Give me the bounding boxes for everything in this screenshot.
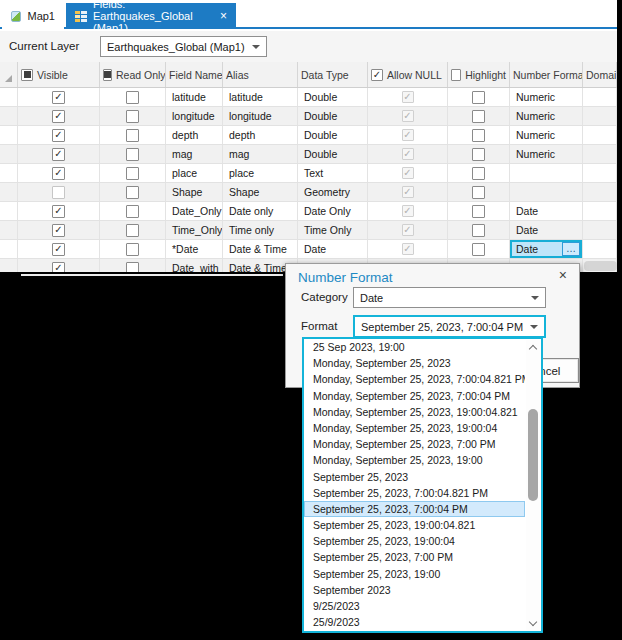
cell-field-name[interactable]: place [166, 164, 223, 182]
cell-read-only[interactable] [100, 164, 166, 182]
cell-visible[interactable]: ✓ [18, 107, 100, 125]
cell-visible[interactable] [18, 183, 100, 201]
scroll-up-icon[interactable] [529, 345, 537, 353]
cell-visible[interactable]: ✓ [18, 240, 100, 258]
highlight-checkbox[interactable] [472, 129, 485, 142]
cell-read-only[interactable] [100, 240, 166, 258]
cell-number-format[interactable]: Date [510, 221, 583, 239]
cell-field-name[interactable]: *Date [166, 240, 223, 258]
format-option[interactable]: September 25, 2023, 19:00:04 [304, 533, 525, 549]
row-selector[interactable] [0, 126, 18, 144]
highlight-checkbox[interactable] [472, 243, 485, 256]
column-header-allow-null[interactable]: ✓Allow NULL [368, 62, 448, 87]
horizontal-scrollbar-thumb[interactable] [584, 261, 617, 271]
row-selector[interactable] [0, 221, 18, 239]
format-option[interactable]: 9/25/2023 [304, 598, 525, 614]
format-option[interactable]: September 25, 2023 [304, 469, 525, 485]
column-header-read-only[interactable]: Read Only▲ [100, 62, 166, 87]
cell-visible[interactable]: ✓ [18, 126, 100, 144]
highlight-checkbox[interactable] [472, 91, 485, 104]
cell-number-format[interactable]: Numeric [510, 145, 583, 163]
cell-field-name[interactable]: depth [166, 126, 223, 144]
cell-alias[interactable]: Time only [223, 221, 298, 239]
cell-highlight[interactable] [448, 202, 510, 220]
column-header-row-selector[interactable] [0, 62, 18, 87]
format-dropdown[interactable]: September 25, 2023, 7:00:04 PM [353, 315, 546, 338]
format-option[interactable]: September 25, 2023, 19:00:04.821 [304, 517, 525, 533]
cell-highlight[interactable] [448, 221, 510, 239]
scroll-down-icon[interactable] [529, 618, 537, 626]
read-only-checkbox[interactable] [126, 110, 139, 123]
cell-number-format[interactable]: Date [510, 202, 583, 220]
format-option[interactable]: Monday, September 25, 2023, 19:00:04 [304, 420, 525, 436]
format-option[interactable]: September 25, 2023, 19:00 [304, 566, 525, 582]
row-selector[interactable] [0, 240, 18, 258]
cell-field-name[interactable]: Time_Only [166, 221, 223, 239]
visible-checkbox[interactable]: ✓ [52, 148, 65, 161]
cell-read-only[interactable] [100, 202, 166, 220]
cell-alias[interactable]: depth [223, 126, 298, 144]
read-only-checkbox[interactable] [126, 224, 139, 237]
row-selector[interactable] [0, 259, 18, 272]
cell-number-format[interactable]: Numeric [510, 88, 583, 106]
header-checkbox-read-only[interactable] [103, 69, 112, 81]
cell-highlight[interactable] [448, 107, 510, 125]
cell-read-only[interactable] [100, 259, 166, 272]
cell-visible[interactable]: ✓ [18, 259, 100, 272]
cell-alias[interactable]: latitude [223, 88, 298, 106]
cell-highlight[interactable] [448, 240, 510, 258]
cell-visible[interactable]: ✓ [18, 164, 100, 182]
cell-highlight[interactable] [448, 183, 510, 201]
column-header-number-format[interactable]: Number Format [510, 62, 583, 87]
cell-read-only[interactable] [100, 183, 166, 201]
format-option[interactable]: September 25, 2023, 7:00:04.821 PM [304, 485, 525, 501]
cell-alias[interactable]: Date only [223, 202, 298, 220]
visible-checkbox[interactable]: ✓ [52, 167, 65, 180]
cell-visible[interactable]: ✓ [18, 221, 100, 239]
read-only-checkbox[interactable] [126, 243, 139, 256]
cell-visible[interactable]: ✓ [18, 202, 100, 220]
cell-alias[interactable]: longitude [223, 107, 298, 125]
visible-checkbox[interactable]: ✓ [52, 243, 65, 256]
highlight-checkbox[interactable] [472, 224, 485, 237]
format-option[interactable]: Monday, September 25, 2023, 7:00:04.821 … [304, 371, 525, 387]
highlight-checkbox[interactable] [472, 148, 485, 161]
header-checkbox-visible[interactable] [21, 69, 33, 81]
row-selector[interactable] [0, 107, 18, 125]
cell-visible[interactable]: ✓ [18, 145, 100, 163]
cell-highlight[interactable] [448, 145, 510, 163]
category-dropdown[interactable]: Date [353, 287, 546, 308]
highlight-checkbox[interactable] [472, 205, 485, 218]
cell-read-only[interactable] [100, 107, 166, 125]
cell-alias[interactable]: mag [223, 145, 298, 163]
tab-fields-earthquakes[interactable]: Fields: Earthquakes_Global (Map1) × [66, 3, 236, 29]
read-only-checkbox[interactable] [126, 205, 139, 218]
column-header-field-name[interactable]: Field Name [166, 62, 223, 87]
select-all-corner-icon[interactable] [5, 75, 12, 82]
column-header-data-type[interactable]: Data Type [298, 62, 368, 87]
format-option[interactable]: Monday, September 25, 2023, 7:00:04 PM [304, 388, 525, 404]
cell-alias[interactable]: Shape [223, 183, 298, 201]
read-only-checkbox[interactable] [126, 262, 139, 273]
column-header-domain[interactable]: Domain [583, 62, 617, 87]
tab-close-icon[interactable]: × [220, 10, 227, 22]
cell-number-format[interactable] [510, 183, 583, 201]
visible-checkbox[interactable]: ✓ [52, 205, 65, 218]
cell-number-format[interactable]: Date… [510, 240, 583, 258]
vertical-scrollbar-thumb[interactable] [528, 409, 538, 501]
row-selector[interactable] [0, 164, 18, 182]
visible-checkbox[interactable]: ✓ [52, 224, 65, 237]
cell-field-name[interactable]: Date_with_TZ [166, 259, 223, 272]
row-selector[interactable] [0, 202, 18, 220]
read-only-checkbox[interactable] [126, 167, 139, 180]
visible-checkbox[interactable]: ✓ [52, 91, 65, 104]
cell-field-name[interactable]: longitude [166, 107, 223, 125]
read-only-checkbox[interactable] [126, 91, 139, 104]
visible-checkbox[interactable]: ✓ [52, 129, 65, 142]
format-option[interactable]: Monday, September 25, 2023 [304, 355, 525, 371]
format-option[interactable]: Monday, September 25, 2023, 7:00 PM [304, 436, 525, 452]
tab-map1[interactable]: Map1 [2, 3, 64, 29]
visible-checkbox[interactable] [52, 186, 65, 199]
highlight-checkbox[interactable] [472, 167, 485, 180]
cell-alias[interactable]: place [223, 164, 298, 182]
